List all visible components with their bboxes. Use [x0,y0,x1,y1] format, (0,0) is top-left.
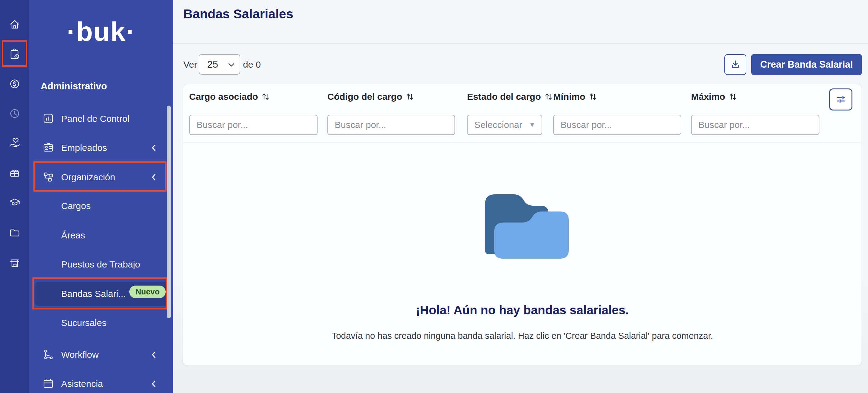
sidebar-item-organizacion[interactable]: Organización [34,168,168,187]
total-count-label: de 0 [243,59,261,70]
tasks-clipboard-clock-icon[interactable] [0,44,29,65]
pagesize-value: 25 [207,59,218,70]
sidebar-item-puestos-de-trabajo[interactable]: Puestos de Trabajo [34,255,168,274]
column-header-estado-del-cargo[interactable]: Estado del cargo [467,91,553,102]
chevron-down-icon [228,63,235,67]
create-banda-salarial-button[interactable]: Crear Banda Salarial [751,54,862,75]
sidebar-item-label: Panel de Control [61,114,129,124]
empty-state-description: Todavía no has creado ninguna banda sala… [183,331,862,341]
benefits-hand-heart-icon[interactable] [0,133,29,154]
filter-input-maximo[interactable] [691,115,819,135]
sidebar-item-sucursales[interactable]: Sucursales [34,313,168,332]
sidebar-scrollbar[interactable] [167,106,171,318]
sidebar-item-label: Cargos [61,201,91,211]
filter-sliders-icon [835,93,847,106]
column-header-maximo[interactable]: Máximo [691,91,737,102]
title-divider [173,43,868,44]
chevron-left-icon [151,350,156,361]
sort-icon [261,92,270,101]
nuevo-badge: Nuevo [129,286,166,298]
workflow-icon [42,348,55,361]
sidebar-section-label: Administrativo [41,81,107,92]
sidebar-item-workflow[interactable]: Workflow [34,345,168,364]
buk-logo: ·buk· [29,16,173,47]
sidebar-item-empleados[interactable]: Empleados [34,138,168,157]
id-badge-icon [42,142,55,154]
sidebar-item-bandas-salariales[interactable]: Bandas Salari... Nuevo [34,282,168,306]
sidebar-item-label: Áreas [61,230,85,241]
column-settings-button[interactable] [829,88,852,111]
empty-state-title: ¡Hola! Aún no hay bandas salariales. [183,303,862,317]
empty-folder-illustration [476,175,575,260]
sidebar-item-cargos[interactable]: Cargos [34,196,168,216]
sidebar: ·buk· Administrativo Panel de Control Em… [29,0,173,393]
download-button[interactable] [724,54,746,75]
documents-folder-icon[interactable] [0,222,29,244]
column-header-cargo-asociado[interactable]: Cargo asociado [189,91,270,102]
calendar-icon [42,378,55,390]
sort-icon [545,92,553,101]
org-chart-icon [42,171,55,183]
sidebar-item-label: Puestos de Trabajo [61,259,140,270]
filter-input-minimo[interactable] [553,115,681,135]
remunerations-dollar-icon[interactable] [0,73,29,94]
sidebar-item-asistencia[interactable]: Asistencia [34,374,168,393]
sidebar-item-areas[interactable]: Áreas [34,226,168,245]
filter-input-cargo-asociado[interactable] [189,115,317,135]
sort-icon [406,92,414,101]
dashboard-icon [42,113,55,125]
chevron-left-icon [151,144,156,154]
header-divider [183,142,862,143]
icon-rail [0,0,29,393]
column-header-codigo-del-cargo[interactable]: Código del cargo [327,91,414,102]
page-title: Bandas Salariales [183,7,293,22]
column-label: Estado del cargo [467,91,541,102]
sidebar-item-label: Asistencia [61,378,103,389]
salary-bands-table-card: Cargo asociado Código del cargo Estado d… [183,84,862,366]
select-placeholder: Seleccionar [474,120,522,130]
column-label: Máximo [691,91,725,102]
sidebar-item-panel-de-control[interactable]: Panel de Control [34,109,168,128]
app-window: ·buk· Administrativo Panel de Control Em… [0,0,868,393]
sidebar-item-label: Sucursales [61,318,106,328]
sidebar-item-label: Workflow [61,349,99,360]
dropdown-arrow-icon: ▼ [529,121,535,129]
column-header-minimo[interactable]: Mínimo [553,91,597,102]
sidebar-item-label: Organización [61,172,115,183]
column-label: Cargo asociado [189,91,258,102]
sidebar-item-label: Bandas Salari... [61,289,126,299]
home-icon[interactable] [0,14,29,35]
chevron-left-icon [151,380,156,390]
time-clock-icon[interactable] [0,103,29,124]
chevron-left-icon [151,173,156,183]
marketplace-store-icon[interactable] [0,253,29,274]
column-label: Mínimo [553,91,585,102]
sidebar-item-label: Empleados [61,143,107,153]
pagesize-select[interactable]: 25 [199,54,240,75]
training-graduation-cap-icon[interactable] [0,192,29,213]
column-label: Código del cargo [327,91,402,102]
main-content: Bandas Salariales Ver 25 de 0 Crear Band… [173,0,868,393]
sort-icon [729,92,737,101]
pagesize-label: Ver [183,59,197,70]
sort-icon [589,92,597,101]
filter-select-estado-del-cargo[interactable]: Seleccionar ▼ [467,115,542,135]
download-icon [730,59,741,70]
filter-input-codigo-del-cargo[interactable] [327,115,455,135]
gifts-icon[interactable] [0,162,29,184]
